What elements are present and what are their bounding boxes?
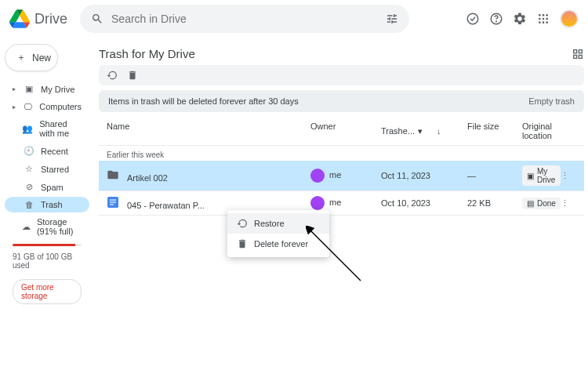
svg-point-8 [546, 18, 548, 20]
tune-icon[interactable] [386, 13, 398, 25]
file-size: — [467, 171, 522, 180]
svg-point-4 [543, 14, 545, 16]
sidebar-item-computers[interactable]: ▸🖵Computers [5, 99, 89, 114]
svg-point-0 [467, 13, 478, 24]
svg-rect-19 [110, 204, 114, 205]
col-size[interactable]: File size [467, 122, 522, 140]
col-loc[interactable]: Original location [522, 122, 561, 140]
svg-rect-14 [574, 55, 577, 58]
sidebar-item-storage[interactable]: ☁Storage (91% full) [5, 214, 89, 239]
sidebar-item-label: Computers [39, 102, 82, 111]
svg-point-11 [546, 21, 548, 24]
col-name[interactable]: Name [107, 122, 310, 140]
file-name: 045 - Perawatan P... [127, 201, 205, 210]
annotation-arrow [306, 226, 368, 289]
chevron-down-icon: ▾ [418, 126, 423, 136]
spam-icon: ⊘ [24, 182, 34, 192]
svg-point-9 [539, 21, 541, 24]
info-banner: Items in trash will be deleted forever a… [99, 90, 584, 112]
gear-icon[interactable] [513, 12, 527, 26]
sidebar-item-label: Storage (91% full) [37, 217, 82, 236]
search-icon [91, 13, 103, 25]
svg-point-3 [539, 14, 541, 16]
get-more-storage-button[interactable]: Get more storage [13, 279, 82, 304]
sidebar: ＋ New ▸▣My Drive ▸🖵Computers 👥Shared wit… [0, 38, 94, 392]
svg-point-10 [543, 21, 545, 24]
new-button[interactable]: ＋ New [5, 44, 58, 71]
owner-avatar [310, 196, 325, 210]
product-name: Drive [34, 11, 67, 27]
location-chip[interactable]: ▤Done [522, 198, 561, 209]
sidebar-item-label: Trash [41, 200, 63, 209]
sidebar-item-recent[interactable]: 🕘Recent [5, 143, 89, 159]
col-owner[interactable]: Owner [310, 122, 381, 140]
empty-trash-button[interactable]: Empty trash [528, 96, 575, 106]
more-icon[interactable]: ⋮ [561, 171, 576, 181]
delete-icon[interactable] [127, 70, 138, 81]
owner-label: me [329, 198, 341, 207]
folder-icon [107, 169, 119, 181]
apps-icon[interactable] [536, 12, 550, 26]
page-title: Trash for My Drive [99, 47, 195, 60]
trash-icon: 🗑 [24, 200, 34, 209]
svg-point-6 [539, 18, 541, 20]
svg-point-5 [546, 14, 548, 16]
arrow-down-icon: ↓ [437, 126, 441, 136]
sidebar-item-label: Spam [41, 183, 64, 192]
toolbar [99, 65, 584, 85]
avatar[interactable] [560, 9, 579, 28]
sidebar-item-shared[interactable]: 👥Shared with me [5, 116, 89, 141]
file-size: 22 KB [467, 198, 522, 208]
svg-rect-12 [574, 49, 577, 53]
svg-rect-15 [579, 55, 582, 58]
banner-text: Items in trash will be deleted forever a… [108, 96, 299, 106]
storage-text: 91 GB of 100 GB used [13, 252, 82, 270]
drive-folder-icon: ▣ [24, 84, 34, 94]
star-icon: ☆ [24, 164, 34, 174]
table-header: Name Owner Trashe...▾↓ File size Origina… [99, 117, 584, 146]
restore-icon [237, 218, 248, 229]
owner-label: me [329, 170, 341, 180]
sidebar-item-mydrive[interactable]: ▸▣My Drive [5, 81, 89, 97]
svg-rect-18 [110, 201, 116, 202]
search-bar[interactable] [80, 5, 409, 33]
storage-bar [13, 244, 82, 246]
ctx-label: Restore [254, 219, 285, 228]
doc-icon [107, 196, 119, 209]
search-input[interactable] [111, 13, 386, 25]
clock-icon: 🕘 [24, 146, 34, 156]
sidebar-item-starred[interactable]: ☆Starred [5, 161, 89, 177]
table-row[interactable]: Artikel 002 me Oct 11, 2023 — ▣My Drive … [99, 161, 584, 191]
location-chip[interactable]: ▣My Drive [522, 165, 561, 186]
more-icon[interactable]: ⋮ [561, 198, 576, 209]
help-icon[interactable] [489, 12, 503, 26]
delete-icon [237, 238, 248, 249]
grid-view-icon[interactable] [572, 48, 584, 60]
folder-icon: ▣ [527, 172, 534, 180]
svg-point-7 [543, 18, 545, 20]
file-name: Artikel 002 [127, 173, 168, 183]
offline-icon[interactable] [466, 12, 480, 26]
folder-icon: ▤ [527, 199, 534, 208]
col-trashed[interactable]: Trashe...▾↓ [381, 122, 467, 140]
svg-rect-17 [110, 200, 116, 201]
trashed-date: Oct 10, 2023 [381, 198, 467, 208]
svg-rect-13 [579, 49, 582, 53]
sidebar-item-trash[interactable]: 🗑Trash [5, 197, 89, 212]
cloud-icon: ☁ [22, 222, 31, 232]
owner-avatar [310, 169, 325, 183]
restore-icon[interactable] [107, 70, 118, 81]
sidebar-item-label: Starred [41, 165, 69, 174]
svg-line-20 [310, 230, 361, 281]
sidebar-item-label: Recent [41, 147, 68, 156]
table-row[interactable]: 045 - Perawatan P... me Oct 10, 2023 22 … [99, 191, 584, 216]
sidebar-item-spam[interactable]: ⊘Spam [5, 179, 89, 195]
people-icon: 👥 [22, 124, 33, 134]
new-button-label: New [32, 53, 51, 64]
trashed-date: Oct 11, 2023 [381, 171, 467, 180]
group-header: Earlier this week [99, 146, 584, 161]
sidebar-item-label: My Drive [41, 85, 74, 94]
drive-icon [9, 9, 30, 29]
drive-logo[interactable]: Drive [9, 9, 67, 29]
ctx-label: Delete forever [254, 239, 308, 249]
